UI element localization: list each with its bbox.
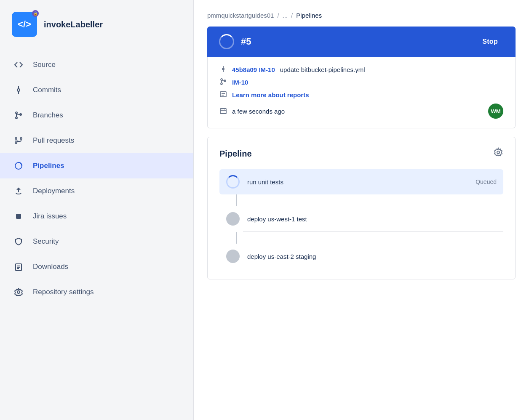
sidebar-item-jira-label: Jira issues [33,212,67,221]
sidebar-item-deployments[interactable]: Deployments [0,178,193,204]
pipeline-settings-icon[interactable] [493,147,503,160]
pipeline-spinner-icon [219,34,234,49]
svg-point-7 [15,138,17,139]
step-run-unit-tests-status: Queued [476,178,497,185]
svg-point-21 [221,79,222,80]
learn-more-link[interactable]: Learn more about reports [232,91,309,98]
step-spinning-icon [226,175,240,189]
sidebar-item-source-label: Source [33,61,56,69]
svg-point-9 [20,138,22,139]
sidebar-item-jira-issues[interactable]: Jira issues [0,204,193,229]
step-run-unit-tests-label: run unit tests [247,178,468,186]
source-icon [13,60,24,70]
breadcrumb-sep-1: / [277,12,279,19]
user-avatar: WM [488,104,503,119]
sidebar-item-branches[interactable]: Branches [0,103,193,128]
sidebar-item-downloads[interactable]: Downloads [0,254,193,279]
sidebar-item-source[interactable]: Source [0,52,193,77]
pipeline-steps-header: Pipeline [219,147,503,160]
breadcrumb-ellipsis[interactable]: ... [283,12,288,19]
pipelines-icon [13,161,24,171]
commit-message: update bitbucket-pipelines.yml [280,66,365,73]
svg-rect-25 [220,92,226,97]
pipeline-number: #5 [241,36,251,47]
svg-rect-12 [16,214,21,219]
sidebar-item-repo-settings[interactable]: Repository settings [0,279,193,305]
svg-point-3 [16,112,17,114]
svg-point-22 [221,83,222,85]
svg-point-8 [15,142,17,144]
app-name: invokeLabeller [44,20,103,29]
branch-ticket-link[interactable]: IM-10 [232,79,248,86]
sidebar: </> 🔒 invokeLabeller Source [0,0,194,420]
commits-icon [13,85,24,95]
commit-hash[interactable]: 45b8a09 IM-10 [232,66,275,73]
stop-button[interactable]: Stop [476,35,504,48]
breadcrumb: pmmquickstartguides01 / ... / Pipelines [194,0,529,27]
step-deploy-us-west[interactable]: deploy us-west-1 test [219,206,503,231]
repo-settings-icon [13,287,24,297]
branch-row: IM-10 [219,78,503,86]
step-deploy-us-east-label: deploy us-east-2 staging [247,253,497,260]
svg-point-18 [222,68,224,70]
downloads-icon [13,262,24,272]
sidebar-item-security-label: Security [33,237,59,246]
sidebar-item-branches-label: Branches [33,111,63,120]
sidebar-item-repo-settings-label: Repository settings [33,288,94,296]
commit-dot-icon [219,66,227,73]
logo-lock-icon: 🔒 [32,10,39,17]
sidebar-item-security[interactable]: Security [0,229,193,254]
step-circle-icon-1 [226,212,240,226]
pipeline-timestamp: a few seconds ago [232,108,285,115]
step-connector-2 [236,232,237,244]
sidebar-nav: Source Commits [0,49,193,420]
pipeline-steps-card: Pipeline run unit tests Queued deploy us… [207,137,516,279]
step-connector-1 [236,194,237,206]
sidebar-item-downloads-label: Downloads [33,263,68,271]
calendar-icon [219,107,227,115]
svg-rect-28 [220,109,226,114]
learn-more-row: Learn more about reports [219,91,503,98]
sidebar-item-pipelines[interactable]: Pipelines [0,153,193,178]
sidebar-item-commits[interactable]: Commits [0,77,193,103]
sidebar-item-pull-requests[interactable]: Pull requests [0,128,193,153]
svg-point-4 [16,117,17,119]
step-deploy-us-east[interactable]: deploy us-east-2 staging [219,244,503,269]
svg-point-32 [497,151,500,154]
pull-requests-icon [13,136,24,146]
sidebar-item-deployments-label: Deployments [33,187,75,195]
pipeline-header-left: #5 [219,34,251,49]
pipeline-header-bar: #5 Stop [207,27,516,57]
sidebar-header: </> 🔒 invokeLabeller [0,0,193,49]
step-divider [243,231,503,232]
logo-code-icon: </> [18,19,31,30]
sidebar-item-pipelines-label: Pipelines [33,162,64,170]
branches-icon [13,110,24,120]
sidebar-item-commits-label: Commits [33,86,61,94]
breadcrumb-sep-2: / [291,12,293,19]
app-logo: </> 🔒 [12,12,37,37]
report-icon [219,91,227,98]
security-icon [13,237,24,247]
timestamp-row: a few seconds ago WM [219,104,503,119]
breadcrumb-current: Pipelines [296,12,322,19]
pipeline-info-card: 45b8a09 IM-10 update bitbucket-pipelines… [207,57,516,128]
pipeline-steps-title: Pipeline [219,149,252,159]
step-deploy-us-west-label: deploy us-west-1 test [247,215,497,223]
commit-row: 45b8a09 IM-10 update bitbucket-pipelines… [219,66,503,73]
sidebar-item-pull-requests-label: Pull requests [33,136,74,145]
main-content: pmmquickstartguides01 / ... / Pipelines … [194,0,529,420]
step-circle-icon-2 [226,250,240,263]
jira-icon [13,211,24,221]
svg-point-0 [17,89,20,91]
breadcrumb-root[interactable]: pmmquickstartguides01 [207,12,274,19]
branch-icon [219,78,227,86]
svg-point-17 [17,291,20,293]
deployments-icon [13,186,24,196]
step-run-unit-tests[interactable]: run unit tests Queued [219,169,503,194]
